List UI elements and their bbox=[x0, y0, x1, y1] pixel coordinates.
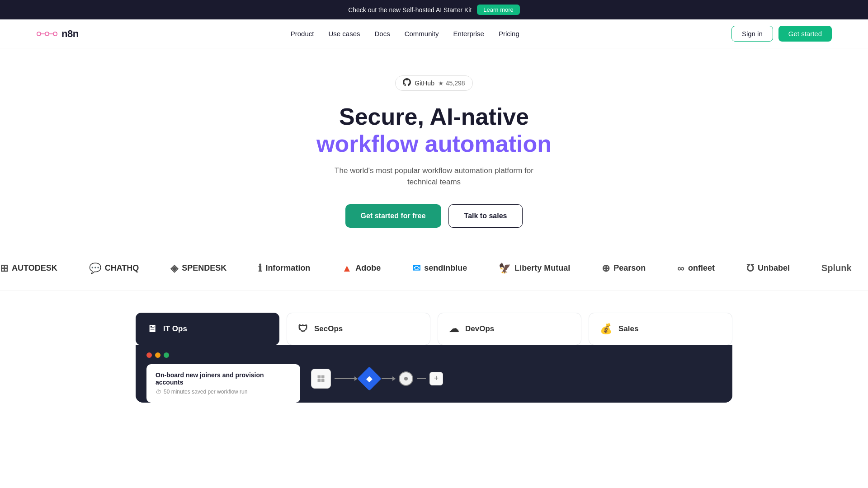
list-item: Ʊ Unbabel bbox=[746, 263, 790, 274]
nav-usecases[interactable]: Use cases bbox=[328, 30, 360, 38]
banner-text: Check out the new Self-hosted AI Starter… bbox=[348, 6, 472, 14]
getstarted-button[interactable]: Get started bbox=[778, 26, 832, 42]
tabs-row: 🖥 IT Ops 🛡 SecOps ☁ DevOps 💰 Sales bbox=[136, 313, 732, 345]
list-item: ∞ onfleet bbox=[677, 263, 715, 274]
tab-sales-label: Sales bbox=[618, 324, 638, 333]
list-item: ✉ sendinblue bbox=[412, 263, 467, 274]
nav-logo[interactable]: n8n bbox=[36, 28, 79, 40]
list-item: ⊞ AUTODESK bbox=[0, 263, 57, 274]
svg-rect-6 bbox=[321, 375, 325, 378]
logo-text: n8n bbox=[61, 28, 79, 40]
logo-strip: ⊞ AUTODESK 💬 CHATHQ ◈ SPENDESK ℹ Informa… bbox=[0, 246, 868, 291]
autodesk-label: AUTODESK bbox=[12, 263, 57, 273]
adobe-icon: ▲ bbox=[342, 263, 352, 274]
tab-itops-label: IT Ops bbox=[163, 324, 187, 333]
signin-button[interactable]: Sign in bbox=[731, 26, 773, 42]
tab-sales[interactable]: 💰 Sales bbox=[589, 313, 732, 345]
onfleet-label: onfleet bbox=[688, 263, 715, 273]
tabs-section: 🖥 IT Ops 🛡 SecOps ☁ DevOps 💰 Sales bbox=[0, 291, 868, 345]
tab-devops-label: DevOps bbox=[465, 324, 494, 333]
demo-card-time: 50 minutes saved per workflow run bbox=[164, 389, 247, 395]
diamond-icon: ◆ bbox=[366, 374, 373, 384]
svg-rect-7 bbox=[318, 379, 321, 382]
devops-icon: ☁ bbox=[449, 323, 459, 335]
tab-devops[interactable]: ☁ DevOps bbox=[438, 313, 581, 345]
tab-secops-label: SecOps bbox=[314, 324, 343, 333]
pearson-label: Pearson bbox=[613, 263, 646, 273]
chathq-icon: 💬 bbox=[89, 263, 101, 274]
top-banner: Check out the new Self-hosted AI Starter… bbox=[0, 0, 868, 19]
hero-headline: Secure, AI-native workflow automation bbox=[9, 103, 859, 158]
nav-pricing[interactable]: Pricing bbox=[499, 30, 519, 38]
arrow-2 bbox=[382, 378, 395, 379]
itops-icon: 🖥 bbox=[147, 323, 157, 335]
adobe-label: Adobe bbox=[355, 263, 381, 273]
list-item: 🦅 Liberty Mutual bbox=[499, 263, 570, 274]
arrow-1 bbox=[335, 378, 357, 379]
svg-point-2 bbox=[53, 32, 57, 35]
hero-section: GitHub ★ 45,298 Secure, AI-native workfl… bbox=[0, 48, 868, 246]
sendinblue-icon: ✉ bbox=[412, 263, 420, 274]
arrow-3 bbox=[417, 378, 426, 379]
sales-icon: 💰 bbox=[600, 323, 612, 335]
nav-actions: Sign in Get started bbox=[731, 26, 832, 42]
workflow-add-node[interactable]: + bbox=[429, 372, 443, 385]
information-icon: ℹ bbox=[258, 263, 262, 274]
demo-card-title: On-board new joiners and provision accou… bbox=[156, 371, 291, 386]
demo-workflow-nodes: ◆ + bbox=[311, 364, 443, 389]
nav-enterprise[interactable]: Enterprise bbox=[453, 30, 484, 38]
svg-rect-5 bbox=[318, 375, 321, 378]
information-label: Information bbox=[265, 263, 310, 273]
hero-cta-secondary[interactable]: Talk to sales bbox=[448, 204, 523, 228]
workflow-node-circle bbox=[399, 371, 413, 386]
nav-docs[interactable]: Docs bbox=[375, 30, 390, 38]
clock-icon: ⏱ bbox=[156, 389, 161, 395]
logo-strip-inner: ⊞ AUTODESK 💬 CHATHQ ◈ SPENDESK ℹ Informa… bbox=[0, 263, 868, 274]
demo-workflow-card: On-board new joiners and provision accou… bbox=[146, 364, 300, 403]
spendesk-icon: ◈ bbox=[170, 263, 178, 274]
hero-ctas: Get started for free Talk to sales bbox=[9, 204, 859, 228]
sendinblue-label: sendinblue bbox=[424, 263, 467, 273]
svg-point-1 bbox=[45, 32, 49, 35]
hero-cta-primary[interactable]: Get started for free bbox=[345, 204, 441, 228]
hero-headline-part2: workflow automation bbox=[9, 131, 859, 158]
circle-fill bbox=[404, 377, 408, 380]
pearson-icon: ⊕ bbox=[602, 263, 610, 274]
chathq-label: CHATHQ bbox=[105, 263, 139, 273]
libertymutual-icon: 🦅 bbox=[499, 263, 511, 274]
list-item: ⊕ Pearson bbox=[602, 263, 646, 274]
hero-subtext: The world's most popular workflow automa… bbox=[330, 165, 538, 188]
banner-cta-button[interactable]: Learn more bbox=[477, 5, 519, 15]
demo-window-bar bbox=[146, 352, 722, 358]
tab-secops[interactable]: 🛡 SecOps bbox=[287, 313, 430, 345]
workflow-diamond-node: ◆ bbox=[357, 366, 382, 391]
svg-point-0 bbox=[37, 32, 41, 35]
hero-headline-part1: Secure, AI-native bbox=[339, 103, 529, 130]
main-nav: n8n Product Use cases Docs Community Ent… bbox=[0, 19, 868, 48]
window-dot-red bbox=[146, 352, 152, 358]
secops-icon: 🛡 bbox=[298, 323, 308, 335]
svg-rect-8 bbox=[321, 379, 325, 382]
unbabel-label: Unbabel bbox=[758, 263, 790, 273]
github-label: GitHub bbox=[415, 80, 434, 87]
github-badge[interactable]: GitHub ★ 45,298 bbox=[395, 75, 472, 91]
libertymutual-label: Liberty Mutual bbox=[514, 263, 570, 273]
spendesk-label: SPENDESK bbox=[182, 263, 226, 273]
demo-card-sub: ⏱ 50 minutes saved per workflow run bbox=[156, 389, 291, 395]
github-icon bbox=[403, 78, 411, 88]
list-item: Splunk bbox=[821, 263, 852, 273]
nav-community[interactable]: Community bbox=[405, 30, 439, 38]
list-item: 💬 CHATHQ bbox=[89, 263, 139, 274]
autodesk-icon: ⊞ bbox=[0, 263, 8, 274]
list-item: ℹ Information bbox=[258, 263, 310, 274]
tab-itops[interactable]: 🖥 IT Ops bbox=[136, 313, 279, 345]
list-item: ◈ SPENDESK bbox=[170, 263, 226, 274]
list-item: ▲ Adobe bbox=[342, 263, 381, 274]
github-stars: ★ 45,298 bbox=[438, 80, 465, 87]
window-dot-green bbox=[164, 352, 169, 358]
nav-links: Product Use cases Docs Community Enterpr… bbox=[291, 30, 519, 38]
splunk-label: Splunk bbox=[821, 263, 852, 273]
logo-svg bbox=[36, 28, 58, 40]
nav-product[interactable]: Product bbox=[291, 30, 314, 38]
demo-window: On-board new joiners and provision accou… bbox=[136, 345, 732, 403]
